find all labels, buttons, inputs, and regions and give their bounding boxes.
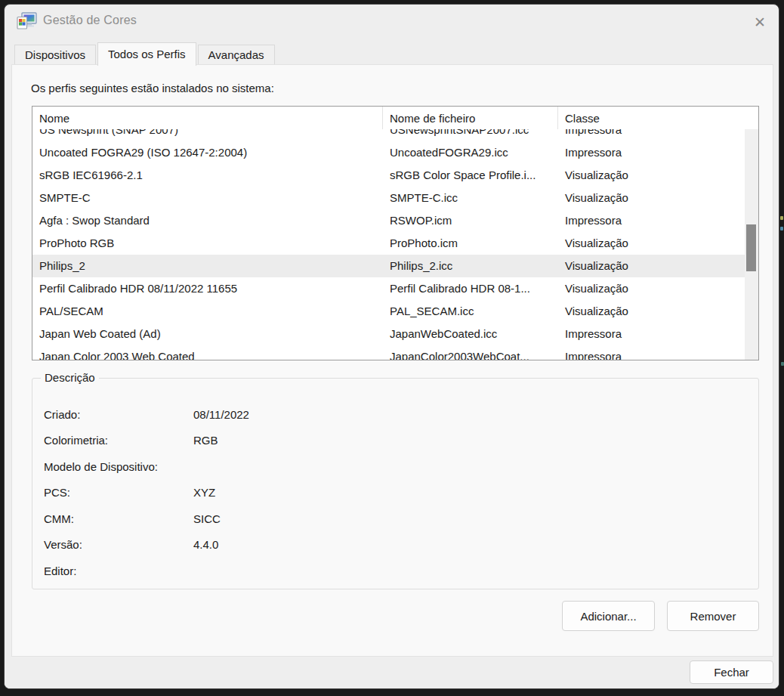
cell-classe: Visualização xyxy=(558,232,732,255)
cell-nome-de-ficheiro: JapanColor2003WebCoat... xyxy=(383,345,558,360)
column-header-nome[interactable]: Nome xyxy=(32,107,383,129)
tab-dispositivos[interactable]: Dispositivos xyxy=(14,45,96,65)
table-row[interactable]: Japan Web Coated (Ad) JapanWebCoated.icc… xyxy=(32,323,745,345)
cell-nome: Uncoated FOGRA29 (ISO 12647-2:2004) xyxy=(32,141,383,164)
table-row[interactable]: Uncoated FOGRA29 (ISO 12647-2:2004) Unco… xyxy=(32,141,745,164)
cell-classe: Visualização xyxy=(558,277,732,300)
all-profiles-tab-page: Os perfis seguintes estão instalados no … xyxy=(11,64,773,657)
tab-avancadas[interactable]: Avançadas xyxy=(198,45,275,65)
cell-nome-de-ficheiro: sRGB Color Space Profile.i... xyxy=(383,164,558,187)
description-field-row: Versão: 4.4.0 xyxy=(32,532,758,558)
cell-classe: Impressora xyxy=(558,323,732,345)
cell-classe: Impressora xyxy=(558,141,732,164)
profiles-table-body: US Newsprint (SNAP 2007) USNewsprintSNAP… xyxy=(32,129,745,360)
cell-nome-de-ficheiro: RSWOP.icm xyxy=(383,209,558,232)
field-label: CMM: xyxy=(32,512,193,525)
cell-classe: Impressora xyxy=(558,345,732,360)
cell-nome: Perfil Calibrado HDR 08/11/2022 11655 xyxy=(32,277,383,300)
cell-nome-de-ficheiro: PAL_SECAM.icc xyxy=(383,300,558,323)
cell-nome: SMPTE-C xyxy=(32,187,383,209)
cell-nome-de-ficheiro: Perfil Calibrado HDR 08-1... xyxy=(383,277,558,300)
cell-nome: Philips_2 xyxy=(32,255,383,277)
backdrop-speck xyxy=(780,227,783,230)
cell-nome-de-ficheiro: ProPhoto.icm xyxy=(383,232,558,255)
window-title: Gestão de Cores xyxy=(43,14,137,27)
table-row[interactable]: Perfil Calibrado HDR 08/11/2022 11655 Pe… xyxy=(32,277,745,300)
cell-nome-de-ficheiro: UncoatedFOGRA29.icc xyxy=(383,141,558,164)
description-fields: Criado: 08/11/2022 Colorimetria: RGB Mod… xyxy=(32,401,758,584)
description-field-row: CMM: SICC xyxy=(32,506,758,532)
field-value: XYZ xyxy=(193,486,758,499)
cell-classe: Visualização xyxy=(558,164,732,187)
remove-button[interactable]: Remover xyxy=(667,601,759,631)
cell-classe: Visualização xyxy=(558,300,732,323)
backdrop-speck xyxy=(781,362,784,366)
profiles-instruction-text: Os perfis seguintes estão instalados no … xyxy=(31,82,274,94)
table-row[interactable]: Japan Color 2003 Web Coated JapanColor20… xyxy=(32,345,745,360)
table-row[interactable]: sRGB IEC61966-2.1 sRGB Color Space Profi… xyxy=(32,164,745,187)
cell-nome: PAL/SECAM xyxy=(32,300,383,323)
cell-nome-de-ficheiro: USNewsprintSNAP2007.icc xyxy=(383,129,558,141)
tab-strip: Dispositivos Todos os Perfis Avançadas xyxy=(14,41,275,65)
scrollbar-thumb[interactable] xyxy=(746,224,756,271)
column-header-classe[interactable]: Classe xyxy=(558,107,733,129)
description-field-row: Criado: 08/11/2022 xyxy=(32,401,758,428)
table-row[interactable]: PAL/SECAM PAL_SECAM.icc Visualização xyxy=(32,300,745,323)
description-field-row: PCS: XYZ xyxy=(32,480,758,506)
dialog-footer: Fechar xyxy=(5,656,779,688)
cell-nome: Japan Color 2003 Web Coated xyxy=(32,345,383,360)
field-label: Editor: xyxy=(32,565,193,577)
profiles-table-body-list: US Newsprint (SNAP 2007) USNewsprintSNAP… xyxy=(32,129,745,360)
title-bar: Gestão de Cores ✕ xyxy=(5,5,779,39)
field-label: Modelo de Dispositivo: xyxy=(32,460,193,473)
tab-todos-os-perfis[interactable]: Todos os Perfis xyxy=(97,42,196,66)
cell-nome: sRGB IEC61966-2.1 xyxy=(32,164,383,187)
column-header-nome-de-ficheiro[interactable]: Nome de ficheiro xyxy=(383,107,558,129)
color-management-icon xyxy=(17,11,37,32)
cell-nome-de-ficheiro: JapanWebCoated.icc xyxy=(383,323,558,345)
cell-classe: Impressora xyxy=(558,129,732,141)
vertical-scrollbar[interactable] xyxy=(745,107,758,360)
field-value: SICC xyxy=(193,512,758,525)
description-field-row: Colorimetria: RGB xyxy=(32,428,758,454)
field-label: PCS: xyxy=(32,486,193,499)
add-button[interactable]: Adicionar... xyxy=(562,601,655,631)
color-management-dialog: Gestão de Cores ✕ Dispositivos Todos os … xyxy=(4,4,779,689)
field-label: Colorimetria: xyxy=(32,434,193,447)
cell-classe: Visualização xyxy=(558,255,732,277)
description-field-row: Editor: xyxy=(32,558,758,584)
backdrop-speck xyxy=(780,216,783,220)
cell-classe: Visualização xyxy=(558,187,732,209)
field-label: Criado: xyxy=(32,408,193,421)
cell-nome: ProPhoto RGB xyxy=(32,232,383,255)
table-row[interactable]: SMPTE-C SMPTE-C.icc Visualização xyxy=(32,187,745,209)
table-row[interactable]: Philips_2 Philips_2.icc Visualização xyxy=(32,255,745,277)
description-groupbox: Descrição Criado: 08/11/2022 Colorimetri… xyxy=(32,378,759,589)
field-value: 4.4.0 xyxy=(193,538,758,551)
field-value: RGB xyxy=(193,434,758,447)
cell-nome-de-ficheiro: Philips_2.icc xyxy=(383,255,558,277)
description-legend: Descrição xyxy=(41,371,99,384)
table-row[interactable]: ProPhoto RGB ProPhoto.icm Visualização xyxy=(32,232,745,255)
field-value: 08/11/2022 xyxy=(193,408,758,421)
close-icon[interactable]: ✕ xyxy=(749,11,771,33)
cell-nome: Japan Web Coated (Ad) xyxy=(32,323,383,345)
table-row[interactable]: US Newsprint (SNAP 2007) USNewsprintSNAP… xyxy=(32,129,745,141)
profiles-table-header: Nome Nome de ficheiro Classe xyxy=(32,107,758,129)
description-field-row: Modelo de Dispositivo: xyxy=(32,453,758,480)
close-dialog-button[interactable]: Fechar xyxy=(690,660,773,684)
cell-nome-de-ficheiro: SMPTE-C.icc xyxy=(383,187,558,209)
field-label: Versão: xyxy=(32,538,193,551)
profiles-table: Nome Nome de ficheiro Classe US Newsprin… xyxy=(32,106,759,360)
table-row[interactable]: Agfa : Swop Standard RSWOP.icm Impressor… xyxy=(32,209,745,232)
cell-nome: US Newsprint (SNAP 2007) xyxy=(32,129,383,141)
cell-nome: Agfa : Swop Standard xyxy=(32,209,383,232)
cell-classe: Impressora xyxy=(558,209,732,232)
